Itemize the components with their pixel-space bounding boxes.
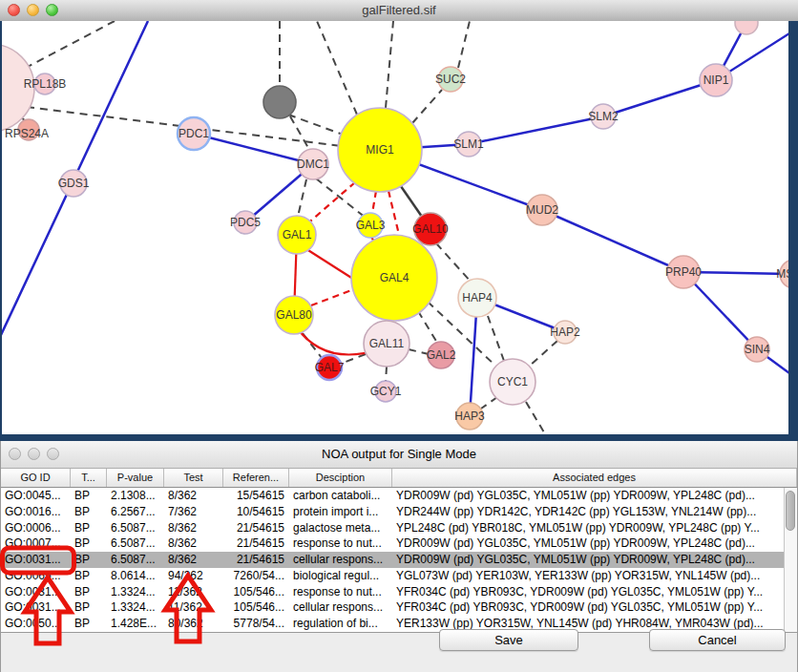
- network-edge: [317, 21, 357, 115]
- node-GAL80[interactable]: GAL80: [275, 296, 313, 334]
- node-label: GAL2: [427, 348, 456, 362]
- table-cell: 105/546...: [223, 599, 289, 616]
- table-cell: GO:0050...: [1, 616, 71, 632]
- node-DMC1[interactable]: DMC1: [297, 149, 329, 179]
- node-cut-top[interactable]: [735, 21, 758, 34]
- save-button[interactable]: Save: [439, 629, 578, 651]
- table-cell: GO:0031...: [1, 552, 71, 568]
- network-window: galFiltered.sif RPL18BRPS24AGDS1PDC1PDC5…: [0, 0, 798, 441]
- column-header-referen[interactable]: Referen...: [223, 469, 289, 487]
- network-canvas[interactable]: RPL18BRPS24AGDS1PDC1PDC5DMC1MIG1SUC2SLM1…: [2, 21, 788, 434]
- table-cell: GO:0016...: [1, 504, 71, 520]
- network-edge: [603, 80, 716, 116]
- network-edge: [341, 354, 366, 364]
- node-GAL2[interactable]: GAL2: [427, 342, 456, 368]
- vertical-scrollbar[interactable]: [784, 488, 797, 632]
- node-label: GAL80: [276, 308, 312, 322]
- column-header-p-value[interactable]: P-value: [107, 469, 164, 487]
- close-button[interactable]: [8, 4, 20, 16]
- table-cell: GO:0031...: [1, 599, 71, 616]
- node-GCY1[interactable]: GCY1: [370, 381, 402, 402]
- node-GAL11[interactable]: GAL11: [364, 321, 410, 367]
- column-header-test[interactable]: Test: [164, 469, 223, 487]
- node-GDS1[interactable]: GDS1: [58, 170, 90, 197]
- network-edge: [288, 115, 346, 136]
- node-label: GAL10: [412, 222, 449, 236]
- node-PRP40[interactable]: PRP40: [665, 256, 702, 288]
- node-GAL4[interactable]: GAL4: [351, 235, 437, 321]
- table-cell: BP: [71, 520, 107, 536]
- node-label: GCY1: [370, 385, 402, 398]
- cancel-button[interactable]: Cancel: [649, 629, 786, 651]
- table-row[interactable]: GO:0031...BP1.3324...11/362105/546...res…: [1, 584, 797, 600]
- table-cell: GO:0006...: [1, 520, 71, 536]
- network-edge: [481, 397, 497, 409]
- node-NIP1[interactable]: NIP1: [700, 64, 732, 96]
- table-cell: 8.0614...: [107, 568, 164, 584]
- network-titlebar[interactable]: galFiltered.sif: [0, 0, 798, 22]
- column-header-t[interactable]: T...: [71, 469, 107, 487]
- node-HAP3[interactable]: HAP3: [454, 403, 485, 430]
- node-PDC1[interactable]: PDC1: [178, 117, 210, 150]
- node-label: SUC2: [435, 73, 466, 86]
- table-cell: BP: [71, 504, 107, 520]
- node-label: CYC1: [497, 375, 528, 388]
- node-label: PDC1: [178, 127, 209, 140]
- table-row[interactable]: GO:0006...BP6.5087...8/36221/54615galact…: [1, 520, 797, 536]
- table-cell: 8/362: [164, 488, 223, 504]
- table-cell: GO:0065...: [1, 568, 71, 584]
- network-edge: [458, 21, 470, 68]
- column-header-go-id[interactable]: GO ID: [1, 469, 71, 487]
- network-edge: [418, 311, 437, 343]
- column-header-associated-edges[interactable]: Associated edges: [392, 469, 797, 487]
- table-cell: 7260/54...: [223, 568, 289, 584]
- zoom-button[interactable]: [47, 448, 59, 460]
- column-header-desciption[interactable]: Desciption: [289, 469, 392, 487]
- node-unnamed-gray[interactable]: [263, 86, 296, 118]
- node-MSI[interactable]: MSI: [776, 260, 788, 288]
- table-cell: 2.1308...: [107, 488, 164, 504]
- close-button[interactable]: [9, 448, 21, 460]
- node-label: MUD2: [526, 203, 558, 217]
- node-GAL3[interactable]: GAL3: [356, 213, 386, 238]
- table-cell: BP: [71, 552, 107, 568]
- table-cell: GO:0045...: [1, 488, 71, 504]
- table-row[interactable]: GO:0045...BP2.1308...8/36215/54615carbon…: [1, 488, 797, 504]
- node-SUC2[interactable]: SUC2: [435, 67, 466, 92]
- minimize-button[interactable]: [27, 4, 39, 16]
- node-MIG1[interactable]: MIG1: [338, 108, 422, 192]
- noa-titlebar[interactable]: NOA output for Single Mode: [1, 441, 797, 469]
- node-SIN4[interactable]: SIN4: [745, 337, 770, 362]
- table-cell: 80/362: [164, 616, 223, 632]
- table-header-row: GO IDT...P-valueTestReferen...Desciption…: [1, 469, 797, 488]
- table-row[interactable]: GO:0031...BP1.3324...11/362105/546...cel…: [1, 599, 797, 616]
- table-cell: 11/362: [164, 599, 223, 616]
- network-edge: [298, 179, 306, 217]
- node-HAP2[interactable]: HAP2: [550, 321, 580, 344]
- minimize-button[interactable]: [28, 448, 40, 460]
- network-edge: [386, 21, 393, 108]
- table-row[interactable]: GO:0007...BP6.5087...8/36221/54615respon…: [1, 536, 797, 552]
- table-cell: YGL073W (pd) YER103W, YER133W (pp) YOR31…: [392, 568, 784, 584]
- node-GAL7[interactable]: GAL7: [315, 355, 345, 380]
- node-HAP4[interactable]: HAP4: [458, 279, 496, 317]
- node-label: GAL11: [369, 337, 405, 350]
- node-MUD2[interactable]: MUD2: [526, 195, 558, 225]
- node-SLM2[interactable]: SLM2: [588, 104, 619, 129]
- network-edge: [436, 243, 472, 283]
- scrollbar-thumb[interactable]: [786, 491, 795, 531]
- node-label: GAL1: [283, 228, 312, 242]
- table-cell: response to nut...: [289, 584, 392, 600]
- node-GAL1[interactable]: GAL1: [278, 216, 316, 254]
- zoom-button[interactable]: [46, 4, 58, 16]
- network-graph[interactable]: RPL18BRPS24AGDS1PDC1PDC5DMC1MIG1SUC2SLM1…: [2, 21, 788, 434]
- network-edge: [388, 191, 400, 239]
- node-SLM1[interactable]: SLM1: [453, 132, 484, 157]
- node-label: NIP1: [704, 74, 729, 87]
- table-row[interactable]: GO:0016...BP6.2567...7/36210/54615protei…: [1, 504, 797, 520]
- table-row[interactable]: GO:0065...BP8.0614...94/3627260/54...bio…: [1, 568, 797, 584]
- node-CYC1[interactable]: CYC1: [490, 359, 536, 405]
- table-cell: cellular respons...: [289, 552, 392, 568]
- node-GAL10[interactable]: GAL10: [412, 213, 449, 245]
- table-row[interactable]: GO:0031...BP6.5087...8/36221/54615cellul…: [1, 552, 797, 568]
